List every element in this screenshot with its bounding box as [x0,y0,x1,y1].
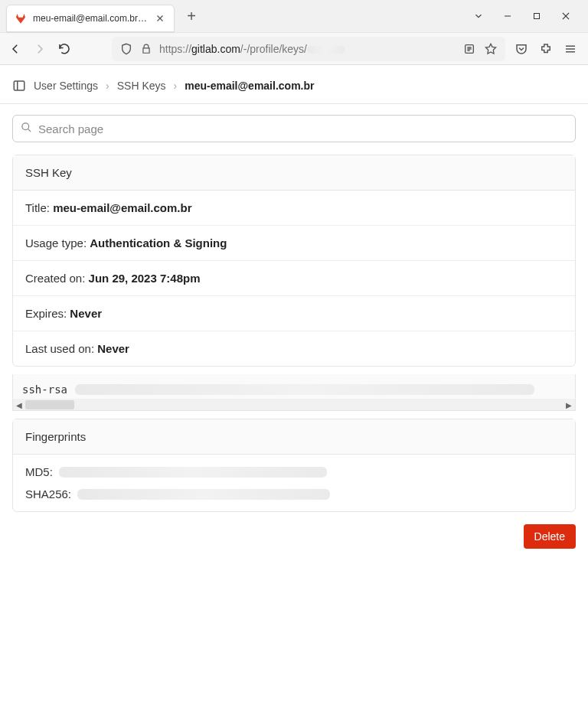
extensions-icon[interactable] [539,42,553,56]
chevron-right-icon: › [106,80,109,92]
row-sha256: SHA256: [13,483,575,511]
reload-button[interactable] [57,41,72,57]
row-md5: MD5: [13,455,575,483]
sidebar-toggle-icon[interactable] [12,79,26,93]
scroll-thumb[interactable] [25,400,74,409]
lock-icon[interactable] [139,42,153,56]
svg-rect-2 [14,81,24,90]
url-actions [462,42,498,56]
fingerprints-header: Fingerprints [13,419,575,455]
url-domain: gitlab.com [191,43,240,55]
created-value: Jun 29, 2023 7:48pm [89,272,201,285]
row-expires: Expires: Never [13,296,575,331]
ssh-key-panel: SSH Key Title: meu-email@email.com.br Us… [12,155,576,367]
title-label: Title: [25,201,53,214]
menu-icon[interactable] [564,42,577,56]
lastused-value: Never [97,342,129,355]
minimize-icon[interactable] [502,11,513,21]
expires-label: Expires: [25,307,70,320]
lastused-label: Last used on: [25,342,97,355]
chevron-right-icon: › [174,80,178,92]
row-usage: Usage type: Authentication & Signing [13,226,575,261]
svg-rect-0 [534,14,540,19]
nav-bar: https://gitlab.com/-/profile/keys/ [0,32,588,64]
fingerprints-panel: Fingerprints MD5: SHA256: [12,419,576,512]
pocket-icon[interactable] [514,42,528,56]
created-label: Created on: [25,272,89,285]
crumb-user-settings[interactable]: User Settings [34,80,98,92]
search-page-box[interactable] [12,115,576,142]
ssh-key-value: ssh-rsa [12,374,576,399]
gitlab-icon [15,12,27,24]
browser-chrome: meu-email@email.com.br · SSH + [0,0,588,65]
crumb-current: meu-email@email.com.br [185,80,314,92]
bookmark-icon[interactable] [484,42,498,56]
expires-value: Never [70,307,102,320]
search-icon [21,122,32,135]
delete-button[interactable]: Delete [524,524,576,549]
forward-button[interactable] [32,41,47,57]
tab-title: meu-email@email.com.br · SSH [33,13,148,24]
maximize-icon[interactable] [531,11,542,21]
usage-value: Authentication & Signing [90,236,227,249]
page-viewport: User Settings › SSH Keys › meu-email@ema… [0,65,588,701]
row-title: Title: meu-email@email.com.br [13,191,575,226]
window-close-icon[interactable] [560,11,571,21]
panel-header: SSH Key [13,155,575,191]
browser-tab-active[interactable]: meu-email@email.com.br · SSH [6,5,175,32]
svg-point-3 [22,123,29,130]
back-button[interactable] [8,41,23,57]
md5-label: MD5: [25,465,53,478]
address-bar[interactable]: https://gitlab.com/-/profile/keys/ [112,37,505,61]
page-content: User Settings › SSH Keys › meu-email@ema… [0,65,588,570]
row-created: Created on: Jun 29, 2023 7:48pm [13,261,575,296]
redacted-sha256 [77,489,330,500]
chevron-down-icon[interactable] [473,11,484,21]
scroll-left-icon[interactable]: ◀ [13,399,25,411]
url-prefix: https:// [159,43,191,55]
search-input[interactable] [38,122,567,135]
usage-label: Usage type: [25,236,90,249]
title-value: meu-email@email.com.br [53,201,191,214]
new-tab-button[interactable]: + [181,5,202,27]
url-path: /-/profile/keys/ [240,43,307,55]
scroll-right-icon[interactable]: ▶ [563,399,575,411]
reader-icon[interactable] [462,42,476,56]
crumb-ssh-keys[interactable]: SSH Keys [117,80,166,92]
close-icon[interactable] [154,12,166,24]
actions-row: Delete [12,520,576,559]
redacted-key [75,384,534,395]
row-lastused: Last used on: Never [13,331,575,366]
window-controls [473,11,582,21]
url-text: https://gitlab.com/-/profile/keys/ [159,43,456,55]
sha256-label: SHA256: [25,487,71,500]
redacted-md5 [59,467,327,478]
shield-icon[interactable] [119,42,133,56]
tab-bar: meu-email@email.com.br · SSH + [0,0,588,32]
breadcrumb: User Settings › SSH Keys › meu-email@ema… [0,65,588,104]
toolbar-right [514,42,580,56]
main-content: SSH Key Title: meu-email@email.com.br Us… [0,104,588,570]
horizontal-scrollbar[interactable]: ◀ ▶ [12,399,576,411]
key-prefix: ssh-rsa [22,383,67,396]
